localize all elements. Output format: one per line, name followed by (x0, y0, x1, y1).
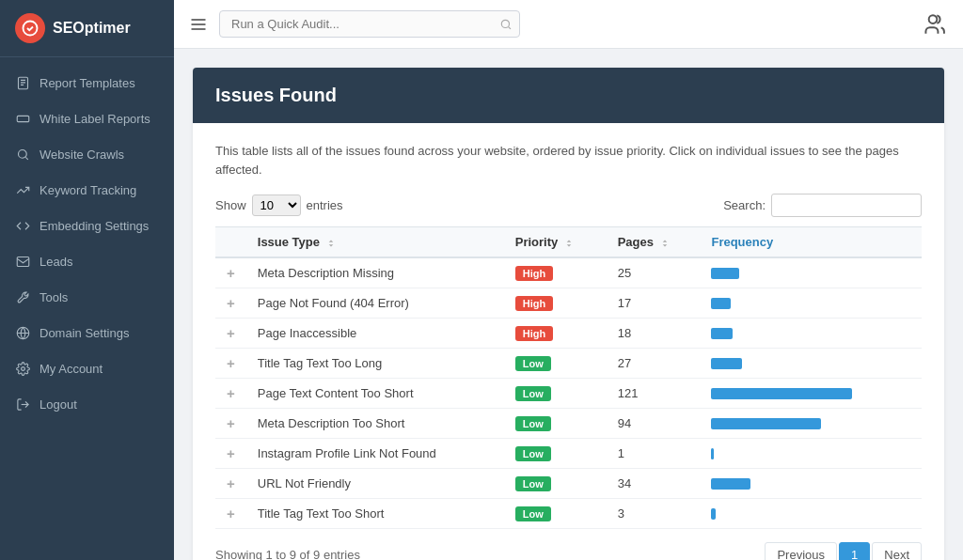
expand-icon[interactable]: + (227, 415, 235, 431)
main-content: Issues Found This table lists all of the… (174, 0, 963, 560)
table-search-input[interactable] (771, 194, 922, 217)
user-avatar-button[interactable] (918, 9, 948, 39)
pages-cell: 18 (607, 319, 701, 349)
sidebar-item-white-label-reports[interactable]: White Label Reports (0, 101, 174, 136)
expand-cell[interactable]: + (215, 439, 246, 469)
sort-icon-issue (327, 240, 335, 247)
file-icon (15, 75, 30, 90)
expand-icon[interactable]: + (227, 295, 235, 311)
sidebar-item-logout[interactable]: Logout (0, 386, 174, 422)
table-row[interactable]: + Page Text Content Too Short Low 121 (215, 379, 922, 409)
frequency-bar (711, 508, 716, 520)
sidebar-item-label: Embedding Settings (39, 219, 149, 233)
show-label: Show (215, 198, 246, 212)
tool-icon (15, 289, 30, 304)
frequency-cell (700, 379, 922, 409)
trending-icon (15, 182, 30, 197)
expand-cell[interactable]: + (215, 379, 246, 409)
frequency-bar (711, 418, 821, 429)
expand-icon[interactable]: + (227, 325, 235, 341)
quick-audit-input[interactable] (219, 10, 520, 38)
table-row[interactable]: + URL Not Friendly Low 34 (215, 469, 922, 499)
priority-cell: High (504, 319, 607, 349)
sidebar-item-label: Leads (39, 255, 72, 269)
sidebar-item-leads[interactable]: Leads (0, 243, 174, 279)
frequency-bar (711, 388, 852, 399)
pages-cell: 94 (607, 409, 701, 439)
show-entries-control: Show 10 25 50 100 entries (215, 194, 343, 216)
table-row[interactable]: + Meta Description Missing High 25 (215, 257, 922, 288)
issues-table: Issue Type Priority (215, 226, 922, 529)
next-button[interactable]: Next (872, 542, 922, 560)
expand-icon[interactable]: + (227, 506, 235, 521)
sidebar-item-embedding-settings[interactable]: Embedding Settings (0, 208, 174, 243)
sidebar: SEOptimer Report Templates White Label R… (0, 0, 174, 560)
table-row[interactable]: + Title Tag Text Too Short Low 3 (215, 499, 922, 529)
entries-select[interactable]: 10 25 50 100 (252, 194, 301, 216)
settings-icon (15, 361, 30, 376)
col-frequency: Frequency (700, 227, 922, 258)
table-row[interactable]: + Page Inaccessible High 18 (215, 319, 922, 349)
expand-cell[interactable]: + (215, 319, 246, 349)
issue-type-cell: Meta Description Too Short (246, 409, 504, 439)
pages-cell: 3 (607, 499, 701, 529)
issue-type-cell: Instagram Profile Link Not Found (246, 439, 504, 469)
brand-icon (15, 13, 45, 43)
expand-icon[interactable]: + (227, 475, 235, 491)
prev-button[interactable]: Previous (765, 542, 837, 560)
menu-button[interactable] (189, 15, 208, 34)
expand-cell[interactable]: + (215, 469, 246, 499)
sidebar-item-label: White Label Reports (39, 112, 150, 126)
search-container (219, 10, 520, 38)
frequency-bar-wrap (711, 358, 861, 369)
sidebar-item-label: Report Templates (39, 76, 135, 90)
expand-cell[interactable]: + (215, 499, 246, 529)
frequency-cell (700, 409, 922, 439)
expand-cell[interactable]: + (215, 409, 246, 439)
sidebar-item-label: Logout (39, 397, 77, 412)
page-1-button[interactable]: 1 (839, 542, 870, 560)
sidebar-item-domain-settings[interactable]: Domain Settings (0, 315, 174, 350)
expand-cell[interactable]: + (215, 288, 246, 319)
issue-type-cell: URL Not Friendly (246, 469, 504, 499)
expand-icon[interactable]: + (227, 265, 235, 281)
expand-icon[interactable]: + (227, 355, 235, 371)
sidebar-item-tools[interactable]: Tools (0, 279, 174, 315)
table-row[interactable]: + Meta Description Too Short Low 94 (215, 409, 922, 439)
sidebar-item-label: Domain Settings (39, 326, 129, 340)
priority-cell: Low (504, 409, 607, 439)
priority-badge: Low (515, 446, 551, 461)
frequency-cell (700, 288, 922, 319)
globe-icon (15, 325, 30, 340)
frequency-bar-wrap (711, 328, 861, 339)
sidebar-item-keyword-tracking[interactable]: Keyword Tracking (0, 172, 174, 208)
table-row[interactable]: + Page Not Found (404 Error) High 17 (215, 288, 922, 319)
frequency-cell (700, 439, 922, 469)
sidebar-item-label: Tools (39, 290, 68, 304)
expand-cell[interactable]: + (215, 257, 246, 288)
expand-cell[interactable]: + (215, 349, 246, 379)
col-pages: Pages (607, 227, 701, 258)
col-expand (215, 227, 246, 258)
sidebar-item-label: Keyword Tracking (39, 183, 136, 197)
priority-badge: Low (515, 386, 551, 401)
topbar (174, 0, 963, 49)
sidebar-item-my-account[interactable]: My Account (0, 350, 174, 386)
logout-icon (15, 397, 30, 412)
priority-cell: Low (504, 439, 607, 469)
priority-cell: High (504, 257, 607, 288)
pagination-info: Showing 1 to 9 of 9 entries (215, 548, 360, 560)
sidebar-item-report-templates[interactable]: Report Templates (0, 65, 174, 101)
frequency-bar (711, 328, 733, 339)
priority-cell: Low (504, 469, 607, 499)
sort-icon-pages (661, 240, 669, 247)
priority-badge: Low (515, 356, 551, 371)
expand-icon[interactable]: + (227, 445, 235, 461)
svg-rect-0 (18, 77, 27, 89)
expand-icon[interactable]: + (227, 385, 235, 401)
sort-icon-priority (565, 240, 573, 247)
sidebar-item-website-crawls[interactable]: Website Crawls (0, 136, 174, 172)
table-row[interactable]: + Title Tag Text Too Long Low 27 (215, 349, 922, 379)
table-row[interactable]: + Instagram Profile Link Not Found Low 1 (215, 439, 922, 469)
table-controls: Show 10 25 50 100 entries Search: (215, 194, 922, 217)
